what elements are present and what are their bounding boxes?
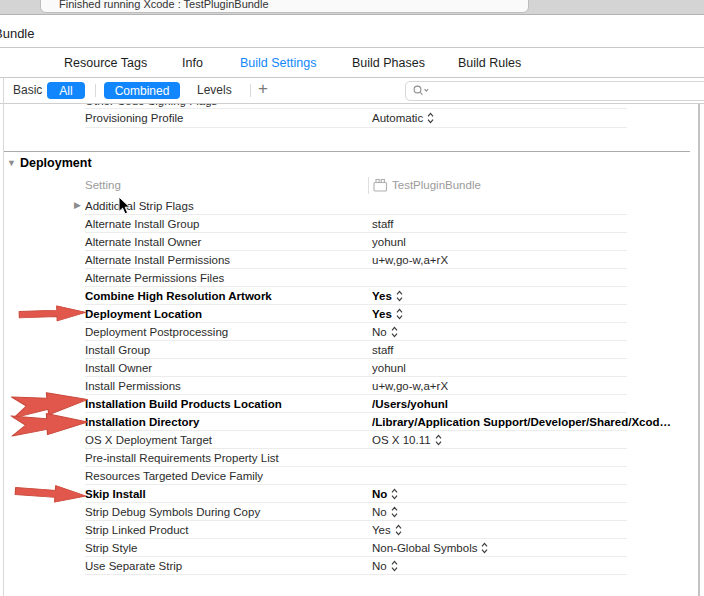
setting-label: Other Code Signing Flags (85, 104, 217, 107)
tab-resource-tags[interactable]: Resource Tags (64, 56, 147, 70)
stepper-icon[interactable] (396, 290, 403, 302)
stepper-icon[interactable] (391, 488, 398, 500)
setting-value[interactable]: Automatic (372, 109, 434, 127)
setting-label: Additional Strip Flags (85, 199, 194, 213)
stepper-icon[interactable] (395, 524, 402, 536)
stepper-icon[interactable] (396, 308, 403, 320)
setting-value[interactable]: No (372, 557, 398, 575)
setting-label: Combine High Resolution Artwork (85, 289, 272, 303)
setting-value[interactable]: No (372, 485, 398, 503)
setting-label: Install Owner (85, 361, 152, 375)
setting-label: Deployment Location (85, 307, 202, 321)
setting-label: Skip Install (85, 487, 146, 501)
setting-label: Use Separate Strip (85, 559, 182, 573)
stepper-icon[interactable] (391, 506, 398, 518)
column-header-target: TestPluginBundle (392, 179, 481, 191)
setting-label: Installation Directory (85, 415, 199, 429)
stepper-icon[interactable] (391, 326, 398, 338)
breadcrumb[interactable]: Bundle (0, 26, 34, 41)
table-row[interactable]: Alternate Install Owneryohunl (0, 233, 704, 251)
window-right-border (698, 104, 700, 596)
setting-label: Strip Debug Symbols During Copy (85, 505, 260, 519)
deployment-section-header[interactable]: ▼ Deployment (0, 154, 704, 176)
scope-separator (250, 84, 251, 97)
setting-value[interactable]: Yes (372, 287, 403, 305)
chevron-down-icon (425, 89, 429, 91)
setting-label: Strip Style (85, 541, 137, 555)
table-row[interactable]: Alternate Install Groupstaff (0, 215, 704, 233)
setting-value[interactable]: /Users/yohunl (372, 395, 448, 413)
table-row[interactable]: Alternate Permissions Files (0, 269, 704, 287)
table-row[interactable]: Install Groupstaff (0, 341, 704, 359)
setting-label: OS X Deployment Target (85, 433, 212, 447)
scope-bar: Basic All Combined Levels + (0, 78, 704, 104)
search-input[interactable] (405, 81, 704, 101)
table-row[interactable]: Deployment PostprocessingNo (0, 323, 704, 341)
setting-value[interactable]: u+w,go-w,a+rX (372, 377, 448, 395)
section-title: Deployment (20, 156, 92, 170)
setting-label: Deployment Postprocessing (85, 325, 228, 339)
setting-value[interactable]: staff (372, 215, 394, 233)
setting-value[interactable]: yohunl (372, 233, 406, 251)
stepper-icon[interactable] (481, 542, 488, 554)
setting-value[interactable]: No (372, 503, 398, 521)
table-row[interactable]: Install Permissionsu+w,go-w,a+rX (0, 377, 704, 395)
activity-viewer: Finished running Xcode : TestPluginBundl… (40, 0, 529, 13)
tab-info[interactable]: Info (182, 56, 203, 70)
setting-value[interactable]: /Library/Application Support/Developer/S… (372, 413, 671, 431)
setting-label: Installation Build Products Location (85, 397, 282, 411)
table-row[interactable]: Skip InstallNo (0, 485, 704, 503)
jump-bar: Bundle (0, 15, 704, 48)
table-row[interactable]: Resources Targeted Device Family (0, 467, 704, 485)
scope-separator (95, 84, 96, 97)
stepper-icon[interactable] (427, 112, 434, 124)
setting-value[interactable]: Yes (372, 305, 403, 323)
row-separator (85, 574, 627, 575)
disclosure-open-icon[interactable]: ▼ (7, 158, 16, 168)
setting-value[interactable]: yohunl (372, 359, 406, 377)
table-row[interactable]: Strip Debug Symbols During CopyNo (0, 503, 704, 521)
table-row[interactable]: Installation Directory/Library/Applicati… (0, 413, 704, 431)
stepper-icon[interactable] (435, 434, 442, 446)
setting-value[interactable]: OS X 10.11 (372, 431, 442, 449)
table-row[interactable]: Strip Linked ProductYes (0, 521, 704, 539)
table-row[interactable]: ▶Additional Strip Flags (0, 197, 704, 215)
table-row[interactable]: Alternate Install Permissionsu+w,go-w,a+… (0, 251, 704, 269)
search-icon[interactable] (413, 85, 431, 97)
row-separator (85, 127, 627, 128)
setting-value[interactable]: No (372, 323, 398, 341)
scope-levels[interactable]: Levels (197, 83, 232, 97)
scope-all[interactable]: All (47, 82, 85, 99)
tab-build-settings[interactable]: Build Settings (240, 56, 316, 70)
table-row[interactable]: Use Separate StripNo (0, 557, 704, 575)
table-row[interactable]: Combine High Resolution ArtworkYes (0, 287, 704, 305)
setting-value[interactable]: u+w,go-w,a+rX (372, 251, 448, 269)
column-header-row: Setting TestPluginBundle (0, 176, 704, 197)
setting-value[interactable]: Non-Global Symbols (372, 539, 488, 557)
setting-label: Alternate Install Permissions (85, 253, 230, 267)
setting-label: Install Group (85, 343, 150, 357)
setting-value[interactable]: Yes (372, 521, 402, 539)
stepper-icon[interactable] (391, 560, 398, 572)
table-row[interactable]: Pre-install Requirements Property List (0, 449, 704, 467)
table-row[interactable]: Deployment LocationYes (0, 305, 704, 323)
disclosure-closed-icon[interactable]: ▶ (74, 200, 81, 210)
setting-value[interactable]: staff (372, 341, 394, 359)
bundle-target-icon (373, 178, 388, 193)
scope-combined[interactable]: Combined (104, 82, 180, 99)
table-row[interactable]: Install Owneryohunl (0, 359, 704, 377)
add-build-setting-button[interactable]: + (258, 79, 268, 99)
table-row[interactable]: Installation Build Products Location/Use… (0, 395, 704, 413)
table-row[interactable]: OS X Deployment TargetOS X 10.11 (0, 431, 704, 449)
scope-basic[interactable]: Basic (13, 83, 42, 97)
tab-build-phases[interactable]: Build Phases (352, 56, 425, 70)
xcode-toolbar: Finished running Xcode : TestPluginBundl… (0, 0, 704, 15)
setting-label: Pre-install Requirements Property List (85, 451, 279, 465)
setting-label: Alternate Install Owner (85, 235, 201, 249)
tab-build-rules[interactable]: Build Rules (458, 56, 521, 70)
setting-label: Install Permissions (85, 379, 181, 393)
table-row[interactable]: Provisioning Profile Automatic (0, 109, 704, 128)
column-separator (368, 177, 369, 194)
build-settings-table: Other Code Signing Flags Provisioning Pr… (0, 104, 704, 596)
table-row[interactable]: Strip StyleNon-Global Symbols (0, 539, 704, 557)
